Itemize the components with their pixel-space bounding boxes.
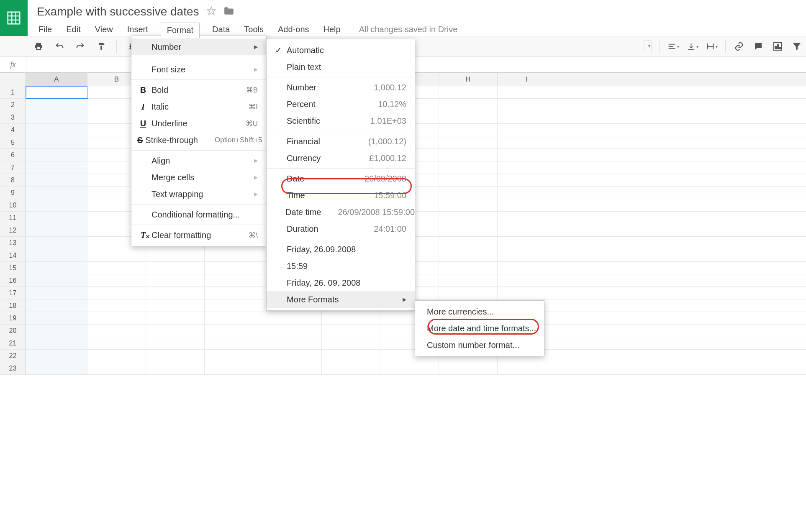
num-automatic[interactable]: ✓ Automatic: [267, 42, 415, 59]
cell[interactable]: [26, 212, 87, 224]
cell[interactable]: [439, 99, 498, 111]
row-header[interactable]: 22: [0, 350, 26, 362]
row-header[interactable]: 21: [0, 337, 26, 349]
cell[interactable]: [205, 337, 263, 349]
cell[interactable]: [263, 337, 322, 349]
row-header[interactable]: 15: [0, 262, 26, 274]
cell[interactable]: [87, 312, 146, 324]
num-duration[interactable]: Duration 24:01:00: [267, 220, 415, 237]
cell[interactable]: [322, 312, 380, 324]
cell[interactable]: [205, 362, 263, 374]
format-align[interactable]: Align ▶: [131, 152, 266, 169]
cell[interactable]: [26, 199, 87, 211]
cell[interactable]: [146, 312, 205, 324]
num-scientific[interactable]: Scientific 1.01E+03: [267, 113, 415, 129]
more-date-time[interactable]: More date and time formats...: [415, 320, 544, 337]
menu-addons[interactable]: Add-ons: [276, 23, 311, 36]
cell[interactable]: [87, 325, 146, 337]
cell[interactable]: [498, 237, 556, 249]
cell[interactable]: [498, 224, 556, 236]
cell[interactable]: [26, 312, 87, 324]
align-button[interactable]: ▾: [667, 41, 679, 52]
cell[interactable]: [87, 249, 146, 261]
select-all-corner[interactable]: [0, 73, 26, 86]
cell[interactable]: [322, 337, 380, 349]
col-header-I[interactable]: I: [498, 73, 556, 86]
cell[interactable]: [87, 337, 146, 349]
row-header[interactable]: 18: [0, 299, 26, 312]
cell[interactable]: [205, 249, 263, 261]
row-header[interactable]: 3: [0, 111, 26, 123]
cell[interactable]: [26, 249, 87, 261]
cell[interactable]: [26, 99, 87, 111]
cell[interactable]: [439, 199, 498, 211]
cell[interactable]: [87, 262, 146, 274]
num-currency[interactable]: Currency £1,000.12: [267, 150, 415, 166]
undo-button[interactable]: [54, 41, 65, 52]
chart-button[interactable]: [772, 41, 783, 52]
more-custom-number[interactable]: Custom number format...: [415, 337, 544, 353]
cell[interactable]: [498, 111, 556, 123]
cell[interactable]: [26, 149, 87, 161]
menu-file[interactable]: File: [37, 23, 54, 36]
row-header[interactable]: 19: [0, 312, 26, 324]
cell[interactable]: [26, 111, 87, 123]
cell[interactable]: [87, 299, 146, 312]
cell[interactable]: [439, 237, 498, 249]
cell[interactable]: [322, 350, 380, 362]
cell[interactable]: [439, 111, 498, 123]
cell[interactable]: [26, 362, 87, 374]
row-header[interactable]: 5: [0, 136, 26, 148]
cell[interactable]: [439, 212, 498, 224]
menu-edit[interactable]: Edit: [64, 23, 82, 36]
format-font-size[interactable]: Font size ▶: [131, 61, 266, 78]
cell[interactable]: [146, 362, 205, 374]
row-header[interactable]: 10: [0, 199, 26, 211]
cell[interactable]: [87, 350, 146, 362]
cell[interactable]: [439, 287, 498, 299]
cell[interactable]: [439, 161, 498, 174]
menu-help[interactable]: Help: [322, 23, 342, 36]
cell[interactable]: [263, 325, 322, 337]
cell[interactable]: [439, 274, 498, 286]
menu-format[interactable]: Format: [161, 23, 200, 38]
cell[interactable]: [498, 149, 556, 161]
cell[interactable]: [146, 287, 205, 299]
num-short-time[interactable]: 15:59: [267, 258, 415, 274]
cell[interactable]: [498, 274, 556, 286]
cell[interactable]: [498, 124, 556, 136]
num-date[interactable]: Date 26/09/2008: [267, 170, 415, 187]
cell[interactable]: [498, 362, 556, 374]
cell[interactable]: [26, 237, 87, 249]
row-header[interactable]: 20: [0, 325, 26, 337]
row-header[interactable]: 13: [0, 237, 26, 249]
format-number[interactable]: Number ▶: [131, 38, 266, 55]
cell[interactable]: [146, 325, 205, 337]
cell[interactable]: [146, 249, 205, 261]
cell[interactable]: [26, 161, 87, 174]
cell[interactable]: [146, 350, 205, 362]
cell[interactable]: [498, 99, 556, 111]
valign-button[interactable]: ▾: [687, 41, 698, 52]
cell[interactable]: [26, 86, 87, 98]
row-header[interactable]: 14: [0, 249, 26, 261]
doc-title[interactable]: Example with successive dates: [37, 5, 199, 18]
cell[interactable]: [146, 262, 205, 274]
cell[interactable]: [26, 274, 87, 286]
cell[interactable]: [498, 187, 556, 199]
menu-data[interactable]: Data: [210, 23, 231, 36]
cell[interactable]: [146, 274, 205, 286]
star-icon[interactable]: [207, 5, 216, 18]
col-header-H[interactable]: H: [439, 73, 498, 86]
cell[interactable]: [380, 362, 439, 374]
cell[interactable]: [498, 262, 556, 274]
cell[interactable]: [498, 86, 556, 98]
row-header[interactable]: 8: [0, 174, 26, 186]
cell[interactable]: [498, 212, 556, 224]
col-header-A[interactable]: A: [26, 73, 87, 86]
cell[interactable]: [498, 249, 556, 261]
menu-insert[interactable]: Insert: [126, 23, 150, 36]
cell[interactable]: [439, 124, 498, 136]
num-plain[interactable]: Plain text: [267, 59, 415, 75]
row-header[interactable]: 12: [0, 224, 26, 236]
